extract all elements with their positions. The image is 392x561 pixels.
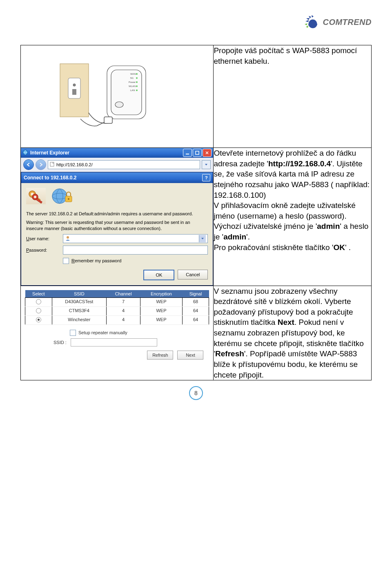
refresh-button[interactable]: Refresh [147,351,173,360]
password-label: Password: [26,248,63,253]
setup-manual-checkbox[interactable] [70,330,76,336]
back-button[interactable] [23,159,34,170]
svg-text:Power: Power [129,81,136,83]
close-button[interactable] [203,149,212,157]
next-button[interactable]: Next [177,351,203,360]
svg-point-3 [73,84,76,86]
table-row: CTMS3F4 4 WEP 64 [25,306,209,315]
login-dialog: Connect to 192.168.0.2 ? [21,172,213,286]
radio-select[interactable] [36,299,41,304]
page-icon [50,162,55,168]
svg-point-28 [34,196,36,198]
svg-rect-6 [111,70,142,115]
cell-ch: 7 [106,297,140,306]
svg-point-30 [52,189,67,203]
row2-okcz: OK [333,243,345,252]
login-dialog-title: Connect to 192.168.0.2 [24,175,76,181]
cell-enc: WEP [140,306,182,315]
svg-point-10 [136,77,138,79]
ie-title: Internet Explorer [30,150,69,156]
svg-point-12 [136,81,138,83]
col-signal: Signal [182,290,209,298]
minimize-button[interactable] [183,149,192,157]
globe-lock-icon [50,187,74,206]
row2-text-4a: Pro pokračování stiskněte tlačítko ' [214,243,333,252]
user-icon [65,235,71,242]
username-input[interactable] [63,234,208,243]
radio-select[interactable] [36,317,41,322]
wifi-panel: Select SSID Channel Encryption Signal D4… [21,286,213,365]
device-illustration: WAN 5G Power WLAN LAN [21,45,213,148]
svg-text:LAN: LAN [130,89,135,92]
row2-text-4b: ' . [345,243,351,252]
col-channel: Channel [106,290,140,298]
chevron-down-icon[interactable] [199,235,206,242]
col-select: Select [25,290,52,298]
warning-text: Warning: This server is requesting that … [26,219,208,232]
address-text: http://192.168.0.2/ [56,162,93,167]
instruction-table: WAN 5G Power WLAN LAN [20,45,372,380]
cell-ssid: Winchester [52,315,106,324]
help-button[interactable]: ? [202,174,210,181]
radio-select[interactable] [36,308,41,313]
row3-next: Next [278,318,294,326]
ie-window: Internet Explorer [21,148,213,172]
svg-rect-2 [68,78,80,98]
cell-sig: 64 [182,315,209,324]
ie-titlebar: Internet Explorer [21,148,213,158]
row2-url: http://192.168.0.4 [268,159,331,168]
svg-rect-20 [186,154,189,154]
cell-ssid: CTMS3F4 [52,306,106,315]
svg-point-34 [67,236,69,239]
row1-text: Propojte váš počítač s WAP-5883 pomocí e… [214,46,357,65]
svg-point-14 [136,85,138,87]
wifi-table: Select SSID Channel Encryption Signal D4… [25,290,209,325]
svg-rect-18 [104,117,112,123]
setup-manual-label: Setup repeater manually [78,330,127,335]
ok-button[interactable]: OK [143,270,174,280]
keys-icon [26,188,46,205]
cell-ssid: D430ACSTest [52,297,106,306]
cell-enc: WEP [140,315,182,324]
password-input[interactable] [63,246,208,255]
svg-rect-4 [72,89,76,95]
cell-enc: WEP [140,297,182,306]
cell-ch: 4 [106,306,140,315]
maximize-button[interactable] [193,149,202,157]
address-bar[interactable]: http://192.168.0.2/ [48,160,200,169]
svg-text:5G: 5G [130,77,134,79]
brand-logo: COMTREND [301,12,372,32]
remember-checkbox[interactable] [63,258,69,264]
svg-text:WLAN: WLAN [129,85,136,87]
cell-sig: 68 [182,297,209,306]
ssid-label: SSID : [53,340,67,345]
svg-rect-21 [196,151,199,154]
ssid-input[interactable] [71,338,157,346]
cancel-button[interactable]: Cancel [178,270,208,279]
logo-icon [301,12,320,32]
col-encryption: Encryption [140,290,182,298]
username-label: UUser name:ser name: [26,236,63,241]
svg-point-7 [115,102,123,107]
row3-refresh: Refresh [215,349,244,358]
page-number: 8 [189,386,203,400]
svg-point-8 [136,73,138,75]
server-text: The server 192.168.0.2 at Default:admin/… [26,211,208,217]
table-row: Winchester 4 WEP 64 [25,315,209,324]
ie-icon [22,150,28,156]
logo-text: COMTREND [323,18,372,27]
row2-admin1: admin [317,222,340,230]
forward-button[interactable] [36,159,46,170]
cell-ch: 4 [106,315,140,324]
cell-sig: 64 [182,306,209,315]
row2-text-3c: '. [246,232,250,241]
row2-admin2: admin [223,232,246,241]
svg-text:WAN: WAN [130,73,136,75]
svg-point-33 [68,198,69,200]
table-row: D430ACSTest 7 WEP 68 [25,297,209,306]
svg-point-16 [136,89,138,91]
go-dropdown[interactable] [202,160,211,169]
col-ssid: SSID [52,290,106,298]
remember-label: Remember my password [71,258,121,263]
